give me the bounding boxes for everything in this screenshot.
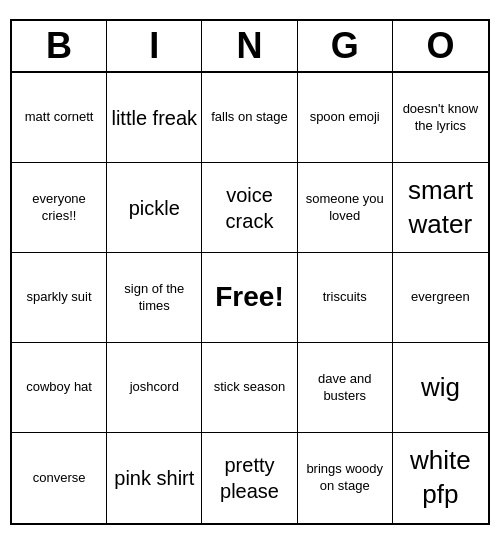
bingo-cell[interactable]: sparkly suit	[12, 253, 107, 343]
bingo-cell[interactable]: falls on stage	[202, 73, 297, 163]
cell-text: evergreen	[411, 289, 470, 306]
header-letter: I	[107, 21, 202, 71]
bingo-cell[interactable]: little freak	[107, 73, 202, 163]
cell-text: sparkly suit	[27, 289, 92, 306]
cell-text: converse	[33, 470, 86, 487]
bingo-cell[interactable]: brings woody on stage	[298, 433, 393, 523]
cell-text: wig	[421, 371, 460, 405]
cell-text: sign of the times	[111, 281, 197, 315]
cell-text: someone you loved	[302, 191, 388, 225]
header-letter: O	[393, 21, 488, 71]
cell-text: stick season	[214, 379, 286, 396]
cell-text: everyone cries!!	[16, 191, 102, 225]
bingo-cell[interactable]: smart water	[393, 163, 488, 253]
bingo-cell[interactable]: cowboy hat	[12, 343, 107, 433]
bingo-cell[interactable]: joshcord	[107, 343, 202, 433]
header-letter: B	[12, 21, 107, 71]
bingo-cell[interactable]: converse	[12, 433, 107, 523]
bingo-grid: matt cornettlittle freakfalls on stagesp…	[12, 73, 488, 523]
header-letter: G	[298, 21, 393, 71]
cell-text: voice crack	[206, 182, 292, 234]
cell-text: little freak	[111, 105, 197, 131]
cell-text: doesn't know the lyrics	[397, 101, 484, 135]
cell-text: Free!	[215, 279, 283, 315]
cell-text: pickle	[129, 195, 180, 221]
bingo-header: BINGO	[12, 21, 488, 73]
cell-text: smart water	[397, 174, 484, 242]
cell-text: dave and busters	[302, 371, 388, 405]
bingo-cell[interactable]: doesn't know the lyrics	[393, 73, 488, 163]
cell-text: cowboy hat	[26, 379, 92, 396]
bingo-cell[interactable]: stick season	[202, 343, 297, 433]
bingo-cell[interactable]: pretty please	[202, 433, 297, 523]
bingo-cell[interactable]: spoon emoji	[298, 73, 393, 163]
cell-text: pink shirt	[114, 465, 194, 491]
bingo-cell[interactable]: matt cornett	[12, 73, 107, 163]
cell-text: brings woody on stage	[302, 461, 388, 495]
cell-text: spoon emoji	[310, 109, 380, 126]
cell-text: white pfp	[397, 444, 484, 512]
bingo-cell[interactable]: dave and busters	[298, 343, 393, 433]
bingo-cell[interactable]: triscuits	[298, 253, 393, 343]
bingo-cell[interactable]: wig	[393, 343, 488, 433]
bingo-cell[interactable]: pickle	[107, 163, 202, 253]
bingo-cell[interactable]: evergreen	[393, 253, 488, 343]
bingo-cell[interactable]: white pfp	[393, 433, 488, 523]
cell-text: falls on stage	[211, 109, 288, 126]
header-letter: N	[202, 21, 297, 71]
bingo-cell[interactable]: everyone cries!!	[12, 163, 107, 253]
bingo-cell[interactable]: voice crack	[202, 163, 297, 253]
bingo-cell[interactable]: Free!	[202, 253, 297, 343]
bingo-card: BINGO matt cornettlittle freakfalls on s…	[10, 19, 490, 525]
cell-text: joshcord	[130, 379, 179, 396]
cell-text: triscuits	[323, 289, 367, 306]
bingo-cell[interactable]: sign of the times	[107, 253, 202, 343]
cell-text: matt cornett	[25, 109, 94, 126]
cell-text: pretty please	[206, 452, 292, 504]
bingo-cell[interactable]: pink shirt	[107, 433, 202, 523]
bingo-cell[interactable]: someone you loved	[298, 163, 393, 253]
